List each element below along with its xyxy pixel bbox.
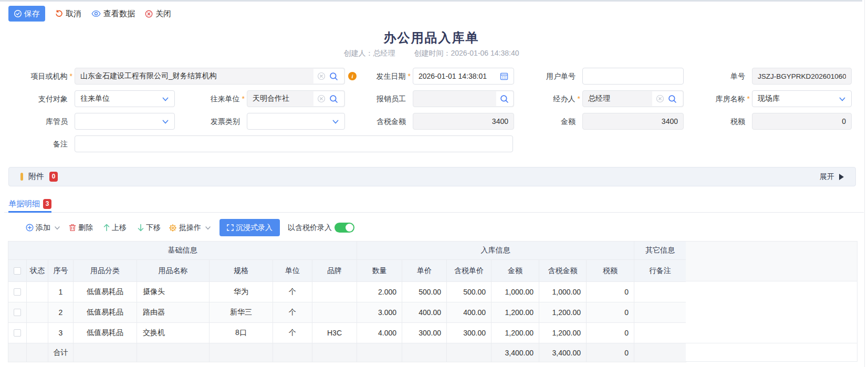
occur-date-field: 发生日期* 2026-01-01 14:38:01 — [413, 68, 514, 85]
cell-status — [27, 282, 48, 302]
move-up-button[interactable]: 上移 — [103, 223, 127, 233]
invoice-type-select[interactable] — [247, 113, 345, 130]
reimburser-input[interactable] — [413, 90, 514, 107]
immersive-entry-button[interactable]: 沉浸式录入 — [219, 219, 280, 236]
batch-operation-button[interactable]: 批操作 — [169, 223, 211, 233]
table-header-filler — [686, 241, 857, 281]
cell-amount: 1,000.00 — [491, 282, 539, 302]
clear-icon[interactable] — [317, 95, 326, 103]
cell-unit: 个 — [273, 323, 312, 343]
col-tax: 税额 — [587, 260, 634, 282]
input-suffix — [313, 69, 344, 83]
cell-amount: 1,200.00 — [491, 302, 539, 323]
add-button[interactable]: 添加 — [26, 223, 60, 233]
move-down-button[interactable]: 下移 — [138, 223, 161, 233]
counterparty-input[interactable]: 天明合作社 — [247, 90, 345, 107]
warehouse-select[interactable]: 现场库 — [752, 90, 852, 107]
operator-field: 经办人* 总经理 — [582, 90, 684, 107]
cell-seq: 1 — [48, 282, 74, 302]
footer-empty-cell — [312, 343, 357, 362]
clear-icon[interactable] — [317, 72, 326, 80]
cancel-button[interactable]: 取消 — [55, 9, 81, 19]
view-data-button[interactable]: 查看数据 — [91, 9, 135, 19]
group-inbound-info: 入库信息 — [357, 242, 634, 260]
occur-date-input[interactable]: 2026-01-01 14:38:01 — [413, 68, 514, 85]
user-order-no-input[interactable] — [582, 68, 684, 85]
invoice-type-label: 发票类别 — [211, 113, 245, 130]
order-no-field: 单号 JSZJ-BGYPRKD20260106001 — [752, 68, 852, 85]
eye-icon — [91, 10, 101, 17]
undo-icon — [55, 10, 63, 18]
doc-meta: 创建人：总经理创建时间：2026-01-06 14:38:40 — [0, 49, 863, 58]
footer-empty-cell — [357, 343, 402, 362]
search-icon[interactable] — [329, 95, 338, 103]
amount-input: 3400 — [582, 113, 684, 130]
col-tax-amount: 含税金额 — [539, 260, 587, 282]
search-icon[interactable] — [668, 95, 677, 103]
cell-row-remark — [634, 323, 686, 343]
required-star: * — [747, 95, 750, 103]
cell-name: 路由器 — [137, 302, 210, 323]
close-button[interactable]: 关闭 — [145, 9, 171, 19]
col-status: 状态 — [27, 260, 48, 282]
cell-row-remark — [634, 302, 686, 323]
grid-toolbar: 添加 删除 上移 下移 批操作 — [0, 219, 861, 236]
warehouse-label: 库房名称* — [716, 90, 750, 107]
amount-label: 金额 — [561, 113, 580, 130]
footer-empty-cell — [27, 343, 48, 362]
project-label: 项目或机构* — [31, 68, 72, 85]
cell-seq: 3 — [48, 323, 74, 343]
col-unit: 单位 — [273, 260, 312, 282]
cell-tax-amount: 1,200.00 — [539, 323, 587, 343]
footer-empty-cell — [273, 343, 312, 362]
close-circle-icon — [145, 10, 153, 18]
required-star: * — [242, 95, 245, 103]
attachment-bar[interactable]: 附件 0 展开 — [8, 167, 856, 186]
cell-price: 400.00 — [402, 302, 447, 323]
search-icon[interactable] — [500, 95, 509, 103]
info-icon[interactable]: i — [348, 72, 357, 80]
cell-category: 低值易耗品 — [74, 323, 137, 343]
cell-spec: 华为 — [210, 282, 273, 302]
attachment-expand-button[interactable]: 展开 — [820, 172, 844, 182]
input-suffix — [652, 91, 683, 106]
project-input[interactable]: 山东金石建设工程有限公司_财务结算机构 — [75, 68, 345, 85]
chevron-down-icon — [54, 225, 60, 231]
cell-qty: 2.000 — [357, 282, 402, 302]
table-row[interactable]: 1 低值易耗品 摄像头 华为 个 2.000 500.00 500.00 1,0… — [8, 282, 686, 302]
operator-input[interactable]: 总经理 — [582, 90, 684, 107]
row-checkbox[interactable] — [14, 288, 21, 296]
pay-target-select[interactable]: 往来单位 — [75, 90, 175, 107]
table-row[interactable]: 2 低值易耗品 路由器 新华三 个 3.000 400.00 400.00 1,… — [8, 302, 686, 323]
check-circle-icon — [14, 9, 22, 18]
row-checkbox[interactable] — [14, 329, 21, 337]
footer-empty-cell — [74, 343, 137, 362]
order-no-input: JSZJ-BGYPRKD20260106001 — [752, 68, 852, 85]
keeper-label: 库管员 — [46, 113, 72, 130]
tab-detail[interactable]: 单据明细 3 — [8, 197, 51, 213]
cell-brand — [312, 282, 357, 302]
save-button[interactable]: 保存 — [8, 6, 45, 22]
attachment-label: 附件 — [28, 172, 44, 182]
chevron-down-icon — [839, 96, 846, 103]
required-star: * — [578, 95, 580, 103]
arrow-up-icon — [103, 224, 110, 232]
table-row[interactable]: 3 低值易耗品 交换机 8口 个 H3C 4.000 300.00 300.00… — [8, 323, 686, 343]
pay-target-field: 支付对象 往来单位 — [75, 90, 175, 107]
col-price: 单价 — [402, 260, 447, 282]
tax-price-toggle[interactable] — [334, 223, 354, 233]
search-icon[interactable] — [329, 72, 338, 81]
clear-icon[interactable] — [656, 95, 664, 103]
row-checkbox[interactable] — [14, 309, 21, 316]
cell-seq: 2 — [48, 302, 74, 323]
delete-button[interactable]: 删除 — [69, 223, 93, 233]
calendar-icon[interactable] — [496, 69, 513, 83]
keeper-select[interactable] — [75, 113, 175, 130]
remark-input[interactable] — [75, 135, 513, 152]
cell-name: 交换机 — [137, 323, 210, 343]
cell-category: 低值易耗品 — [74, 282, 137, 302]
select-all-checkbox[interactable] — [14, 267, 21, 275]
invoice-type-field: 发票类别 — [247, 113, 345, 130]
input-suffix — [496, 91, 513, 106]
table-group-header-row: 基础信息 入库信息 其它信息 — [8, 242, 686, 260]
